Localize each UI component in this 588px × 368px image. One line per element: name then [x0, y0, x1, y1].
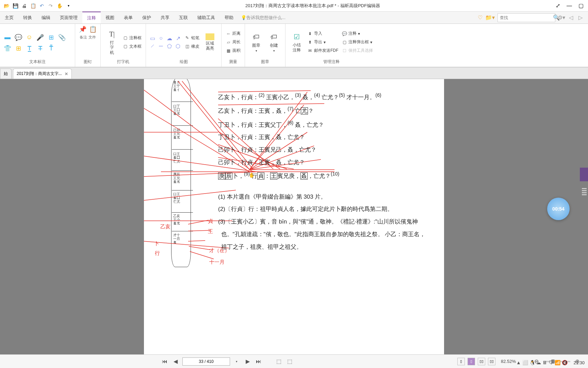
screenshot-icon[interactable]: 📋 [29, 2, 37, 10]
area-highlight-button[interactable]: 区域 高亮 [202, 32, 218, 52]
view-continuous-icon[interactable]: ▯ [468, 358, 475, 365]
menu-home[interactable]: 主页 [0, 12, 18, 24]
menu-protect[interactable]: 保护 [137, 12, 156, 24]
heart-icon[interactable]: ♡ [478, 14, 483, 21]
area-icon: ▦ [226, 48, 231, 53]
shirt-icon[interactable]: 👕 [3, 44, 12, 52]
cloud-icon[interactable]: ☁ [166, 35, 173, 41]
nav-prev-icon[interactable]: ◁ [568, 14, 574, 21]
stamp-button[interactable]: 🏷图章▾ [248, 30, 264, 54]
eraser-button[interactable]: ◫橡皮 [184, 43, 200, 50]
export-button[interactable]: ⬆导出 ▾ [307, 39, 339, 46]
annotation-box-button[interactable]: ▢注释框 [122, 34, 142, 42]
side-panel-tab[interactable] [580, 168, 588, 181]
apps-icon[interactable]: ⊞ [14, 44, 22, 52]
svg-line-12 [188, 241, 205, 241]
svg-line-13 [189, 246, 210, 250]
send-fdf-button[interactable]: ✉邮件发送FDF [307, 47, 339, 55]
save-icon[interactable]: 💾 [12, 2, 19, 10]
collapse-ribbon-icon[interactable]: ⤢ [553, 2, 562, 9]
menu-accessibility[interactable]: 辅助工具 [193, 12, 220, 24]
menu-share[interactable]: 共享 [156, 12, 174, 24]
dropdown-icon[interactable]: ▾ [65, 2, 72, 10]
folder-icon[interactable]: 📁▾ [485, 14, 495, 21]
polyline-icon[interactable]: ⟋ [149, 43, 156, 49]
first-page-icon[interactable]: ⏮ [161, 357, 169, 366]
side-panel-grip[interactable] [582, 188, 587, 195]
checkbox-icon: ☐ [342, 48, 347, 53]
timer-widget[interactable]: 00:54 [547, 198, 570, 220]
squiggly-icon[interactable]: T͌ [47, 44, 55, 52]
page-dropdown-icon[interactable]: ▾ [233, 357, 241, 366]
prev-page-icon[interactable]: ◀ [172, 357, 180, 366]
import-button[interactable]: ⬇导入 [307, 30, 339, 37]
perimeter-button[interactable]: ▱周长 [225, 39, 241, 46]
menu-annotate[interactable]: 注释 [82, 12, 101, 24]
create-stamp-button[interactable]: 🏷创建▾ [266, 30, 282, 54]
view-facing-icon[interactable]: ▯▯ [478, 358, 485, 365]
undo-icon[interactable]: ↶ [38, 2, 46, 10]
note-icon[interactable]: 📋 [89, 25, 97, 33]
tab-start[interactable]: 始 [0, 68, 12, 79]
attach-icon[interactable]: 📎 [58, 33, 66, 42]
next-page-icon[interactable]: ▶ [244, 357, 252, 366]
polygon-icon[interactable]: ⬠ [166, 43, 173, 49]
close-icon[interactable]: ✕ [65, 72, 68, 76]
audio-icon[interactable]: 🎤 [36, 33, 44, 42]
redo-icon[interactable]: ↷ [47, 2, 54, 10]
grid-icon[interactable]: ⊞ [47, 33, 55, 42]
menu-edit[interactable]: 编辑 [37, 12, 55, 24]
red-label-shiyiyue: 十一月 [209, 259, 225, 265]
group-manage: ☑小结 注释 ⬇导入 ⬆导出 ▾ ✉邮件发送FDF 💬注释 ▾ ▢注释弹出框 ▾… [285, 24, 377, 67]
underline-icon[interactable]: T̲ [25, 44, 33, 52]
pin-icon[interactable]: 📌 [79, 25, 87, 33]
print-icon[interactable]: 🖨 [20, 2, 28, 10]
menu-view[interactable]: 视图 [101, 12, 119, 24]
tab-document[interactable]: 2017刘翔：商周古文字... ✕ [13, 68, 72, 79]
comment-icon[interactable]: 💬 [14, 33, 22, 42]
page-number-input[interactable] [182, 357, 230, 366]
highlight-icon[interactable]: ▬ [3, 33, 12, 42]
search-input[interactable] [498, 15, 553, 20]
line-4: 丁丑卜，行貞：王賓，叒，亡尤？ [218, 131, 430, 144]
perimeter-icon: ▱ [226, 40, 231, 45]
layout-b-icon[interactable]: ⬚ [286, 357, 294, 366]
hand-icon[interactable]: ✋ [56, 2, 63, 10]
popup-button[interactable]: ▢注释弹出框 ▾ [341, 39, 374, 46]
view-single-icon[interactable]: ▯ [457, 358, 465, 365]
annotations-button[interactable]: 💬注释 ▾ [341, 30, 374, 37]
strike-icon[interactable]: T̶ [36, 44, 44, 52]
status-bar: ⏮ ◀ ▾ ▶ ⏭ ⬚ ⬚ ▯ ▯ ▯▯ ▯▯ 82.52% ▾ ⊖ ⊕ [0, 354, 588, 368]
smiley-icon[interactable]: ☺ [25, 33, 33, 42]
rect-icon[interactable]: ▭ [149, 35, 156, 41]
last-page-icon[interactable]: ⏭ [255, 357, 263, 366]
distance-button[interactable]: ↔距离 [225, 30, 241, 37]
summary-button[interactable]: ☑小结 注释 [289, 30, 305, 54]
area-button[interactable]: ▦面积 [225, 47, 241, 55]
popup-icon: ▢ [342, 40, 347, 45]
text-box-button[interactable]: ▢文本框 [122, 43, 142, 50]
menu-help[interactable]: 帮助 [220, 12, 238, 24]
hex-icon[interactable]: ⬡ [175, 43, 181, 49]
view-facing-cont-icon[interactable]: ▯▯ [488, 358, 495, 365]
keep-tool-checkbox[interactable]: ☐保持工具选择 [341, 47, 374, 55]
line-icon[interactable]: ─ [158, 43, 164, 49]
gear-icon[interactable]: ⚙▾ [558, 14, 565, 21]
minimize-icon[interactable]: — [565, 2, 574, 9]
oval-icon[interactable]: ○ [158, 35, 164, 41]
menu-convert[interactable]: 转换 [18, 12, 37, 24]
tell-me-hint[interactable]: 💡 告诉我您想做什么... [238, 12, 478, 24]
typewriter-button[interactable]: T| 打 字 机 [104, 28, 120, 56]
pencil-button[interactable]: ✎铅笔 [184, 34, 200, 42]
system-tray[interactable]: ▲ ⬜ 🐧 ☁ 🖥 🗨 📶 🔇 [516, 360, 568, 365]
menu-form[interactable]: 表单 [119, 12, 137, 24]
open-icon[interactable]: 📂 [3, 2, 10, 10]
nav-next-icon[interactable]: ▷ [577, 14, 584, 21]
layout-a-icon[interactable]: ⬚ [275, 357, 283, 366]
menu-page-manage[interactable]: 页面管理 [55, 12, 82, 24]
arrow-icon[interactable]: ↗ [175, 35, 181, 41]
menu-connect[interactable]: 互联 [174, 12, 193, 24]
document-viewport[interactable]: 𠂤卩王亍𠂤亻 口丁王囗𠂤尤 己卯王兄𠂤尤 口王𠂤囗亡尤 庚辰王兄𠂤尤 口王𠂤囗亡… [0, 79, 588, 354]
maximize-icon[interactable]: ▢ [576, 2, 585, 9]
typewriter-icon: T| [107, 29, 117, 40]
